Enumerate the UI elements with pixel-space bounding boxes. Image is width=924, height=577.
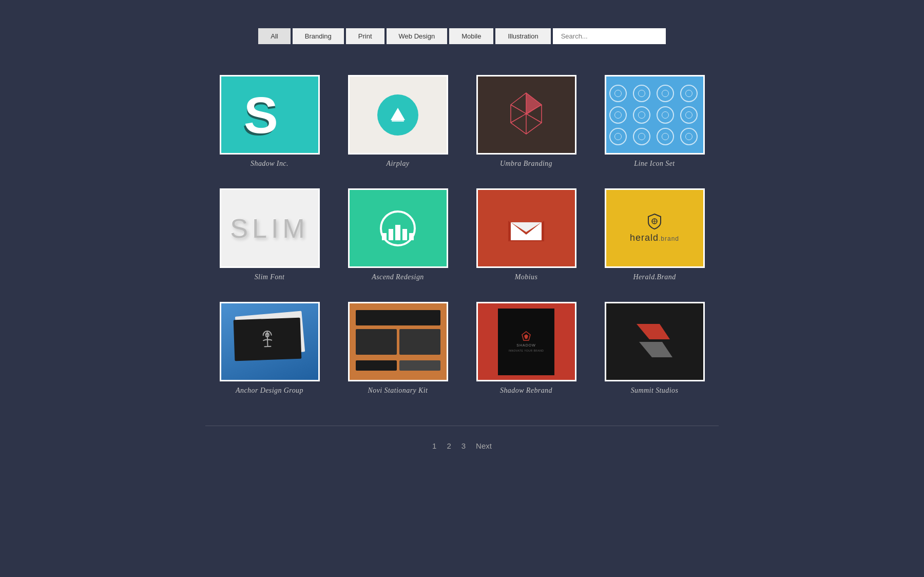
page-next[interactable]: Next (476, 441, 492, 450)
svg-marker-21 (639, 342, 672, 357)
icon-circle-5 (609, 106, 627, 124)
rebrand-logo-svg (520, 331, 532, 341)
portfolio-item-umbra[interactable]: Umbra Branding (476, 75, 576, 168)
anchor-icon-svg (258, 330, 277, 349)
portfolio-item-ascend[interactable]: Ascend Redesign (348, 188, 448, 281)
svg-marker-20 (637, 324, 670, 339)
portfolio-thumb-airplay (348, 75, 448, 155)
icon-circle-1 (609, 85, 627, 102)
novi-item-2 (356, 329, 397, 355)
ascend-bar-3 (395, 225, 400, 240)
novi-item-5 (399, 360, 440, 371)
rebrand-bg: SHADOW INNOVATE YOUR BRAND (478, 303, 575, 380)
ascend-bar-2 (389, 229, 393, 240)
portfolio-thumb-slim: SLIM (220, 188, 320, 268)
portfolio-item-slim[interactable]: SLIM Slim Font (220, 188, 320, 281)
airplay-logo (377, 94, 418, 136)
mobius-logo-svg (500, 205, 552, 252)
portfolio-label-line-icon: Line Icon Set (634, 160, 675, 168)
icon-circle-3 (657, 85, 674, 102)
portfolio-label-slim: Slim Font (255, 273, 285, 281)
rebrand-tagline: INNOVATE YOUR BRAND (509, 349, 544, 352)
portfolio-thumb-novi (348, 302, 448, 381)
icon-circle-6 (633, 106, 650, 124)
svg-rect-3 (392, 120, 404, 122)
novi-stationery-mock (350, 303, 447, 380)
novi-item-4 (356, 360, 397, 371)
anchor-bg (221, 303, 318, 380)
portfolio-item-anchor[interactable]: Anchor Design Group (220, 302, 320, 395)
pagination: 1 2 3 Next (205, 426, 719, 450)
svg-text:S: S (244, 87, 278, 143)
airplay-arrow-svg (389, 106, 407, 124)
portfolio-item-summit[interactable]: Summit Studios (605, 302, 705, 395)
filter-illustration[interactable]: Illustration (495, 28, 550, 44)
herald-brand-text: herald.brand (630, 233, 679, 243)
portfolio-item-novi[interactable]: Novi Stationary Kit (348, 302, 448, 395)
portfolio-grid: S S Shadow Inc. Airplay (209, 75, 715, 395)
umbra-logo-svg (498, 87, 554, 143)
portfolio-item-mobius[interactable]: Mobius (476, 188, 576, 281)
filter-bar: All Branding Print Web Design Mobile Ill… (258, 28, 665, 44)
icon-circle-4 (680, 85, 698, 102)
anchor-card-front (233, 318, 301, 361)
ascend-logo (380, 210, 416, 246)
filter-branding[interactable]: Branding (293, 28, 344, 44)
portfolio-thumb-summit (605, 302, 705, 381)
portfolio-item-herald[interactable]: herald.brand herald.brand (605, 188, 705, 281)
slim-font-text: SLIM (230, 213, 309, 244)
herald-logo-container: herald.brand (630, 213, 679, 243)
portfolio-thumb-mobius (476, 188, 576, 268)
svg-marker-8 (526, 93, 542, 115)
portfolio-thumb-umbra (476, 75, 576, 155)
filter-web[interactable]: Web Design (387, 28, 448, 44)
search-input[interactable] (553, 28, 666, 44)
icon-circle-11 (657, 128, 674, 145)
portfolio-item-shadow-inc[interactable]: S S Shadow Inc. (220, 75, 320, 168)
portfolio-thumb-herald: herald.brand (605, 188, 705, 268)
portfolio-label-herald: herald.brand (633, 273, 676, 281)
portfolio-label-mobius: Mobius (515, 273, 538, 281)
portfolio-label-ascend: Ascend Redesign (372, 273, 424, 281)
portfolio-label-anchor: Anchor Design Group (236, 387, 303, 395)
rebrand-book: SHADOW INNOVATE YOUR BRAND (498, 309, 554, 375)
filter-mobile[interactable]: Mobile (449, 28, 493, 44)
portfolio-thumb-ascend (348, 188, 448, 268)
svg-marker-2 (391, 108, 405, 120)
icon-circle-8 (680, 106, 698, 124)
portfolio-label-shadow-inc: Shadow Inc. (251, 160, 288, 168)
ascend-bar-5 (409, 233, 414, 240)
portfolio-label-airplay: Airplay (387, 160, 410, 168)
icon-circle-9 (609, 128, 627, 145)
novi-item-1 (356, 310, 440, 325)
portfolio-item-shadow-rebrand[interactable]: SHADOW INNOVATE YOUR BRAND Shadow Rebran… (476, 302, 576, 395)
page-3[interactable]: 3 (461, 441, 466, 450)
portfolio-label-umbra: Umbra Branding (500, 160, 552, 168)
svg-marker-19 (524, 334, 528, 339)
portfolio-thumb-line-icon (605, 75, 705, 155)
icon-circle-12 (680, 128, 698, 145)
portfolio-item-airplay[interactable]: Airplay (348, 75, 448, 168)
page-2[interactable]: 2 (447, 441, 451, 450)
portfolio-thumb-shadow-inc: S S (220, 75, 320, 155)
summit-logo-svg (626, 314, 683, 370)
portfolio-label-shadow-rebrand: Shadow Rebrand (500, 387, 552, 395)
herald-shield-svg (646, 213, 663, 229)
page-1[interactable]: 1 (432, 441, 436, 450)
icon-circle-10 (633, 128, 650, 145)
portfolio-label-novi: Novi Stationary Kit (368, 387, 428, 395)
icon-circle-2 (633, 85, 650, 102)
svg-marker-17 (264, 332, 270, 334)
ascend-bar-1 (382, 233, 387, 240)
filter-all[interactable]: All (258, 28, 290, 44)
rebrand-sub-text: SHADOW (516, 343, 536, 347)
portfolio-thumb-anchor (220, 302, 320, 381)
filter-print[interactable]: Print (346, 28, 384, 44)
icon-circle-7 (657, 106, 674, 124)
ascend-bar-4 (402, 229, 407, 240)
portfolio-thumb-shadow-rebrand: SHADOW INNOVATE YOUR BRAND (476, 302, 576, 381)
portfolio-label-summit: Summit Studios (631, 387, 679, 395)
novi-item-3 (399, 329, 440, 355)
portfolio-item-line-icon[interactable]: Line Icon Set (605, 75, 705, 168)
shadow-inc-logo-svg: S S (239, 87, 300, 143)
